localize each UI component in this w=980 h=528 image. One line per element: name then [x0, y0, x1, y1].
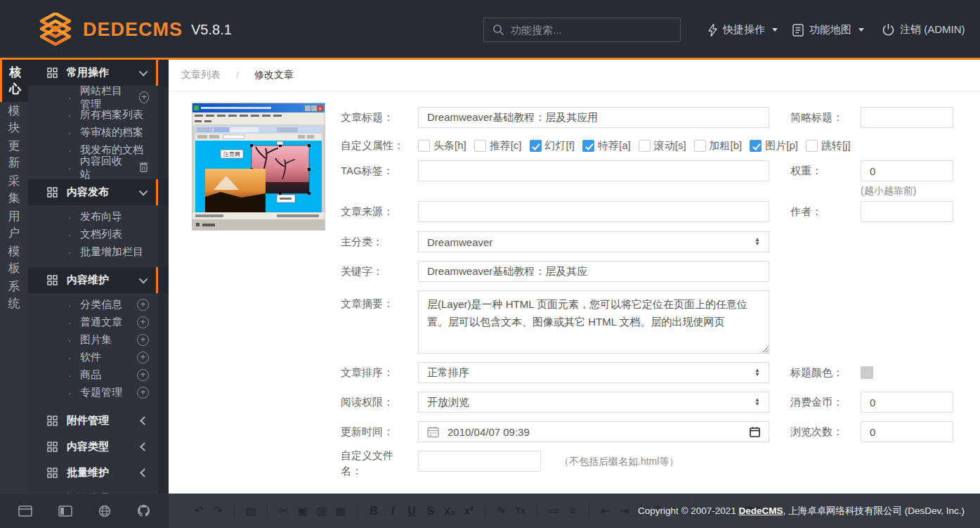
- update-time-picker[interactable]: 2010/04/07 09:39: [418, 421, 769, 442]
- paste-icon[interactable]: ▥: [316, 504, 327, 517]
- quick-actions-menu[interactable]: 快捷操作: [708, 0, 778, 60]
- ordered-list-icon[interactable]: ≔: [548, 504, 559, 517]
- plus-icon[interactable]: +: [137, 299, 149, 311]
- bold-icon[interactable]: B: [368, 505, 379, 517]
- checkbox-jump[interactable]: 跳转[j]: [806, 139, 851, 153]
- sidebar-item-document-list[interactable]: ·文档列表: [28, 226, 169, 243]
- plus-icon[interactable]: +: [137, 334, 149, 346]
- sidebar-group-attachments[interactable]: 附件管理: [28, 408, 169, 434]
- format-painter-icon[interactable]: ✎: [496, 504, 507, 517]
- checkbox-bold[interactable]: 加粗[b]: [694, 139, 743, 153]
- function-search[interactable]: [483, 18, 681, 42]
- summary-textarea[interactable]: 层(Layer)是一种 HTML 页面元素，您可以将它定位在页面上的任意位置。层…: [418, 290, 769, 354]
- checkbox-recommend[interactable]: 推荐[c]: [474, 139, 522, 153]
- sidebar-group-content-publish[interactable]: 内容发布: [28, 179, 169, 205]
- side-tab-users[interactable]: 用户: [0, 207, 28, 243]
- category-select[interactable]: Dreamweaver ▲▼: [418, 231, 769, 252]
- sidebar-group-content-types[interactable]: 内容类型: [28, 434, 169, 460]
- side-tab-update[interactable]: 更新: [0, 137, 28, 172]
- sidebar-group-batch-maintain[interactable]: 批量维护: [28, 460, 169, 486]
- views-input[interactable]: [861, 421, 953, 442]
- plus-icon[interactable]: +: [139, 91, 149, 103]
- strikethrough-icon[interactable]: S: [425, 505, 436, 517]
- cut-icon[interactable]: ✂: [278, 504, 289, 517]
- filename-input[interactable]: [418, 451, 541, 472]
- github-icon[interactable]: [137, 504, 150, 517]
- checkbox-scroll[interactable]: 滚动[s]: [639, 139, 686, 153]
- outdent-icon[interactable]: ⇤: [600, 504, 611, 517]
- read-access-select[interactable]: 开放浏览 ▲▼: [418, 392, 769, 413]
- paste-word-icon[interactable]: ▦: [335, 504, 346, 517]
- sidebar-group-comments[interactable]: 评论管理: [28, 486, 169, 494]
- sidebar-item-normal-article[interactable]: ·普通文章+: [28, 314, 169, 331]
- checkbox[interactable]: [582, 140, 594, 152]
- side-tab-core[interactable]: 核心: [0, 60, 28, 102]
- side-tab-modules[interactable]: 模块: [0, 102, 28, 137]
- trash-icon[interactable]: [138, 161, 149, 174]
- source-input[interactable]: [418, 201, 769, 222]
- weight-input[interactable]: [861, 160, 953, 181]
- indent-icon[interactable]: ⇥: [619, 504, 630, 517]
- plus-icon[interactable]: +: [137, 387, 149, 399]
- window-icon[interactable]: [18, 506, 32, 517]
- checkbox[interactable]: [418, 140, 430, 152]
- search-input[interactable]: [511, 24, 665, 36]
- new-doc-icon[interactable]: ▤: [245, 504, 256, 517]
- checkbox-special[interactable]: 特荐[a]: [582, 139, 631, 153]
- remove-format-icon[interactable]: Tx: [515, 506, 526, 516]
- checkbox[interactable]: [750, 140, 762, 152]
- plus-icon[interactable]: +: [137, 352, 149, 363]
- checkbox-headline[interactable]: 头条[h]: [418, 139, 466, 153]
- article-thumbnail[interactable]: x 注意啊: [192, 103, 325, 231]
- globe-icon[interactable]: [98, 505, 111, 517]
- tags-input[interactable]: [418, 160, 769, 181]
- sidebar-item-pending-archives[interactable]: ·等审核的档案: [28, 124, 169, 141]
- layout-toggle-icon[interactable]: [58, 506, 72, 517]
- copy-icon[interactable]: ▣: [297, 504, 308, 517]
- sort-select[interactable]: 正常排序 ▲▼: [418, 362, 769, 383]
- title-color-swatch[interactable]: [861, 366, 873, 379]
- short-title-input[interactable]: [861, 107, 953, 128]
- sidebar-item-site-columns[interactable]: ·网站栏目管理+: [28, 89, 169, 106]
- plus-icon[interactable]: +: [137, 316, 149, 328]
- keywords-input[interactable]: [418, 261, 769, 282]
- checkbox[interactable]: [806, 140, 818, 152]
- checkbox[interactable]: [474, 140, 486, 152]
- breadcrumb-article-list[interactable]: 文章列表: [181, 69, 221, 82]
- dedecms-link[interactable]: DedeCMS: [738, 506, 783, 516]
- feature-map-menu[interactable]: 功能地图: [792, 0, 864, 60]
- logout-button[interactable]: 注销 (ADMIN): [882, 0, 965, 60]
- sidebar-item-publish-wizard[interactable]: ·发布向导: [28, 208, 169, 226]
- underline-icon[interactable]: U: [406, 505, 417, 517]
- undo-icon[interactable]: ↶: [193, 504, 204, 517]
- title-input[interactable]: [418, 107, 769, 128]
- sidebar-item-batch-add-columns[interactable]: ·批量增加栏目: [28, 243, 169, 261]
- italic-icon[interactable]: I: [387, 505, 398, 517]
- side-tab-system[interactable]: 系统: [0, 278, 28, 313]
- sidebar-item-special-topics[interactable]: ·专题管理+: [28, 384, 169, 401]
- sidebar-item-classified-info[interactable]: ·分类信息+: [28, 296, 169, 314]
- author-input[interactable]: [861, 201, 953, 222]
- side-tab-collect[interactable]: 采集: [0, 172, 28, 207]
- checkbox[interactable]: [639, 140, 651, 152]
- sidebar-item-software[interactable]: ·软件+: [28, 349, 169, 366]
- checkbox[interactable]: [694, 140, 706, 152]
- side-tab-templates[interactable]: 模板: [0, 243, 28, 278]
- coin-input[interactable]: [861, 392, 953, 413]
- sidebar-item-recycle-bin[interactable]: ·内容回收站: [28, 159, 169, 176]
- unordered-list-icon[interactable]: ≡: [567, 505, 578, 517]
- plus-icon[interactable]: +: [137, 369, 149, 381]
- app-logo[interactable]: DEDECMS V5.8.1: [38, 13, 232, 46]
- subscript-icon[interactable]: x₂: [444, 505, 455, 517]
- redo-icon[interactable]: ↷: [212, 504, 223, 517]
- sidebar-item-image-gallery[interactable]: ·图片集+: [28, 331, 169, 349]
- checkbox[interactable]: [530, 140, 542, 152]
- sidebar-group-content-maintain[interactable]: 内容维护: [28, 267, 169, 293]
- sidebar-group-common-ops[interactable]: 常用操作: [28, 60, 169, 86]
- checkbox-slide[interactable]: 幻灯[f]: [530, 139, 575, 153]
- date-picker-icon[interactable]: [750, 427, 760, 437]
- superscript-icon[interactable]: x²: [463, 505, 474, 517]
- checkbox-picture[interactable]: 图片[p]: [750, 139, 798, 153]
- sidebar-item-all-archives[interactable]: ·所有档案列表: [28, 106, 169, 124]
- sidebar-item-goods[interactable]: ·商品+: [28, 366, 169, 384]
